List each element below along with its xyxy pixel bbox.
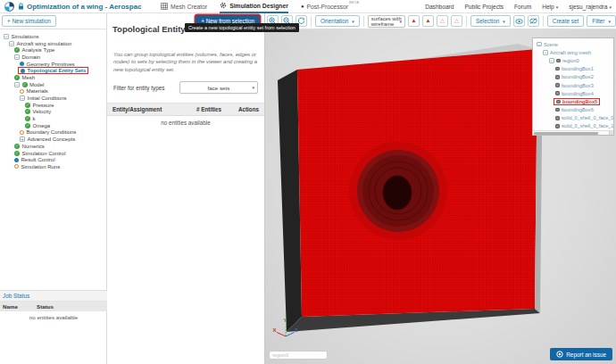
tab-mesh-creator[interactable]: Mesh Creator	[161, 0, 207, 13]
status-dot-icon	[14, 158, 19, 162]
sim-tree-item-omega[interactable]: ✓Omega	[0, 122, 106, 129]
visibility-eye-icon[interactable]	[555, 116, 560, 120]
orientation-dropdown[interactable]: Orientation ▾	[315, 15, 360, 27]
sim-tree-item-analysis-type[interactable]: ✓Analysis Type	[0, 46, 106, 54]
expand-icon[interactable]: +	[20, 136, 25, 142]
sim-tree-item-numerics[interactable]: ✓Numerics	[0, 143, 106, 150]
report-issue-button[interactable]: Report an issue	[550, 348, 612, 360]
visibility-eye-icon[interactable]	[555, 83, 560, 87]
create-set-button[interactable]: Create set	[547, 15, 584, 27]
scene-tree-item-boundingbox1[interactable]: boundingBox1	[533, 65, 613, 73]
entities-table-header: Entity/Assignment # Entities Actions	[107, 103, 264, 116]
display-mode-select[interactable]: surfaces with wireframe ▾	[368, 15, 405, 28]
sim-tree-item-k[interactable]: ✓k	[0, 115, 106, 122]
collapse-icon[interactable]: −	[537, 42, 542, 47]
scrollbar-thumb[interactable]	[534, 132, 598, 135]
check-icon: ✓	[25, 123, 30, 128]
visibility-eye-icon[interactable]	[555, 108, 560, 112]
col-num-entities: # Entities	[184, 106, 229, 112]
job-status-col-name: Name	[3, 303, 37, 310]
circle-icon: ●	[301, 4, 304, 9]
sim-tree-item-label: Pressure	[33, 103, 54, 108]
scene-tree-item-solid-0-shell-0-face-1[interactable]: solid_0_shell_0_face_1	[533, 122, 613, 130]
collapse-icon[interactable]: −	[20, 95, 25, 101]
visibility-eye-icon[interactable]	[555, 67, 560, 71]
selection-dropdown[interactable]: Selection ▾	[470, 15, 511, 27]
mesh-quality-toggle-4[interactable]: △	[451, 15, 462, 27]
nav-public-projects[interactable]: Public Projects	[464, 4, 504, 10]
sim-tree-item-label: Topological Entity Sets	[28, 68, 87, 73]
mesh-quality-toggle-2[interactable]: ▲	[422, 15, 434, 27]
visibility-eye-icon[interactable]	[555, 75, 560, 79]
check-icon: ✓	[25, 103, 30, 108]
collapse-icon[interactable]: −	[14, 82, 20, 87]
region-name-input[interactable]	[269, 351, 328, 360]
chevron-down-icon: ▾	[252, 85, 254, 90]
job-status-col-status: Status	[37, 303, 54, 310]
collapse-icon[interactable]: −	[4, 34, 9, 39]
sim-tree-item-boundary-conditions[interactable]: Boundary Conditions	[0, 129, 106, 136]
filter-dropdown[interactable]: Filter ▾	[587, 15, 616, 27]
simulation-sidebar: + New simulation −Simulations−Aircraft w…	[0, 13, 107, 364]
scene-tree-item-boundingbox6[interactable]: boundingBox6	[533, 106, 613, 114]
mesh-quality-toggle-3[interactable]: △	[437, 15, 448, 27]
scene-tree-item-boundingbox5[interactable]: boundingBox5	[533, 97, 613, 105]
hide-selection-button[interactable]	[528, 15, 539, 27]
check-icon: ✓	[14, 144, 20, 149]
check-icon: ✓	[25, 116, 30, 121]
triangle-filled-icon: ▲	[425, 18, 430, 24]
scene-tree-hscrollbar[interactable]	[533, 130, 613, 135]
sim-tree-item-label: Simulation Runs	[21, 164, 61, 170]
tab-post-processor[interactable]: ● Post-Processor BETA	[301, 0, 357, 13]
sim-tree-item-simulations[interactable]: −Simulations	[0, 33, 106, 40]
scene-tree-item-label: boundingBox6	[562, 107, 594, 112]
visibility-eye-icon[interactable]	[556, 59, 561, 63]
beta-badge: BETA	[349, 0, 359, 4]
sim-tree-item-domain[interactable]: −Domain	[0, 54, 106, 61]
show-selection-button[interactable]	[513, 15, 525, 27]
mesh-quality-toggle-1[interactable]: ▲	[408, 15, 420, 27]
topological-entity-sets-panel: Topological Entity Sets + New from selec…	[107, 13, 265, 364]
sim-tree-item-topological-entity-sets[interactable]: Topological Entity Sets	[0, 67, 106, 74]
scene-tree-item-solid-0-shell-0-face-0[interactable]: solid_0_shell_0_face_0	[533, 114, 613, 122]
grid-icon	[161, 3, 168, 10]
sim-tree-item-label: Boundary Conditions	[27, 129, 77, 135]
scene-tree-item-boundingbox3[interactable]: boundingBox3	[533, 81, 613, 89]
sim-tree-item-advanced-concepts[interactable]: +Advanced Concepts	[0, 136, 106, 143]
job-status-panel: Job Status Name Status no entities avail…	[0, 290, 107, 323]
nav-user-menu[interactable]: sjesu_rajendra▾	[569, 4, 612, 10]
collapse-icon[interactable]: −	[543, 50, 548, 55]
visibility-eye-icon[interactable]	[555, 124, 560, 128]
visibility-eye-icon[interactable]	[556, 100, 561, 104]
nav-dashboard[interactable]: Dashboard	[425, 4, 454, 10]
nav-forum[interactable]: Forum	[514, 4, 531, 10]
collapse-icon[interactable]: −	[549, 58, 554, 63]
tab-simulation-designer[interactable]: Simulation Designer	[220, 0, 288, 13]
entity-type-select[interactable]: face sets ▾	[179, 81, 258, 94]
sim-tree-item-pressure[interactable]: ✓Pressure	[0, 102, 106, 109]
sim-tree-item-simulation-control[interactable]: ✓Simulation Control	[0, 150, 106, 157]
axis-gizmo: Y X Z	[272, 313, 299, 342]
sim-tree-item-initial-conditions[interactable]: −Initial Conditions	[0, 95, 106, 102]
collapse-icon[interactable]: −	[9, 41, 14, 46]
sim-tree-item-mesh[interactable]: ✓Mesh	[0, 74, 106, 81]
scene-tree-item-aircraft-wing-mesh[interactable]: −Aircraft wing mesh	[533, 48, 613, 56]
scrollbar-corner	[609, 131, 613, 136]
3d-viewport[interactable]: −Scene−Aircraft wing mesh−region0boundin…	[265, 29, 616, 364]
scene-tree-item-scene[interactable]: −Scene	[533, 40, 613, 48]
visibility-eye-icon[interactable]	[555, 91, 560, 95]
new-simulation-button[interactable]: + New simulation	[2, 15, 56, 27]
scene-tree-item-region0[interactable]: −region0	[533, 56, 613, 64]
simscale-logo-icon	[4, 2, 14, 12]
scene-tree-item-boundingbox4[interactable]: boundingBox4	[533, 89, 613, 97]
sim-tree-item-velocity[interactable]: ✓Velocity	[0, 109, 106, 116]
collapse-icon[interactable]: −	[14, 54, 20, 60]
nav-help-menu[interactable]: Help▾	[542, 4, 558, 10]
sim-tree-item-geometry-primitives[interactable]: Geometry Primitives	[0, 61, 106, 68]
sim-tree-item-materials[interactable]: Materials	[0, 88, 106, 95]
sim-tree-item-result-control[interactable]: Result Control	[0, 156, 106, 163]
sim-tree-item-simulation-runs[interactable]: Simulation Runs	[0, 163, 106, 170]
scene-tree-item-boundingbox2[interactable]: boundingBox2	[533, 73, 613, 81]
sim-tree-item-model[interactable]: −✓Model	[0, 81, 106, 88]
sim-tree-item-aircraft-wing-simulation[interactable]: −Aircraft wing simulation	[0, 40, 106, 47]
